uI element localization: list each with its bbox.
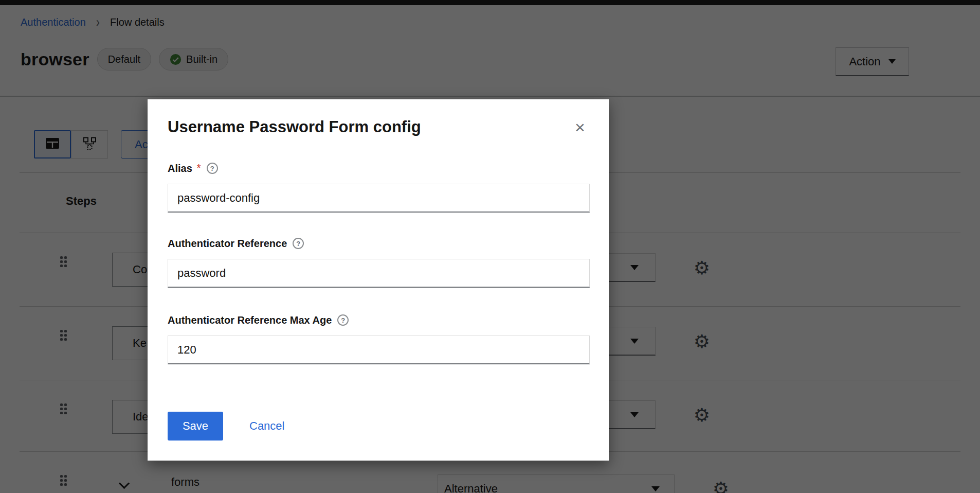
help-icon[interactable]: ? bbox=[337, 314, 349, 326]
close-icon[interactable]: × bbox=[570, 117, 590, 137]
cancel-button[interactable]: Cancel bbox=[249, 412, 284, 441]
help-icon[interactable]: ? bbox=[293, 238, 304, 249]
modal-title: Username Password Form config bbox=[168, 118, 421, 136]
alias-input[interactable] bbox=[168, 184, 590, 213]
flow-details-page: Authentication › Flow details browser De… bbox=[0, 0, 980, 493]
required-indicator: * bbox=[197, 162, 201, 174]
alias-field-label-row: Alias * ? bbox=[168, 161, 218, 175]
authenticator-reference-label: Authenticator Reference bbox=[168, 238, 287, 250]
authenticator-reference-label-row: Authenticator Reference ? bbox=[168, 236, 304, 251]
alias-label: Alias bbox=[168, 163, 192, 174]
help-icon[interactable]: ? bbox=[207, 163, 218, 174]
save-button[interactable]: Save bbox=[168, 412, 223, 441]
authenticator-reference-input[interactable] bbox=[168, 259, 590, 288]
config-modal-dialog: Username Password Form config × Alias * … bbox=[148, 99, 609, 461]
max-age-input[interactable] bbox=[168, 336, 590, 364]
max-age-label-row: Authenticator Reference Max Age ? bbox=[168, 313, 349, 327]
max-age-label: Authenticator Reference Max Age bbox=[168, 314, 332, 326]
